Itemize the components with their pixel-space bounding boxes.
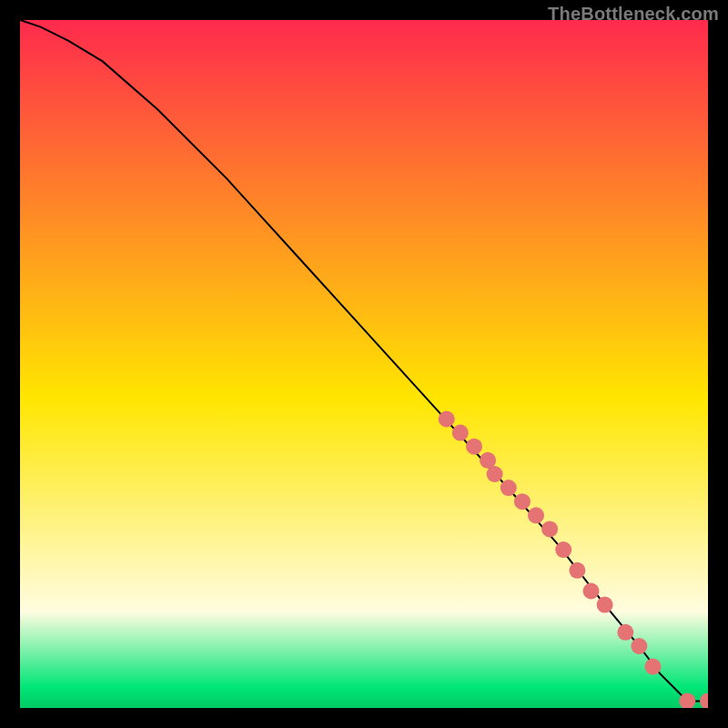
sample-dot [541,521,558,537]
sample-dot [555,541,571,558]
plot-area [20,20,708,708]
sample-dot [528,507,544,523]
chart-stage: TheBottleneck.com [0,0,728,728]
sample-dot [569,562,585,579]
plot-svg [20,20,708,708]
sample-dot [500,480,517,496]
sample-dot [487,466,503,482]
sample-dot [466,439,482,455]
sample-dot [617,624,633,641]
sample-dot [439,411,455,428]
sample-dot [452,425,469,441]
sample-dot [514,493,531,510]
sample-dot [631,638,647,654]
sample-dot [645,659,662,675]
watermark-text: TheBottleneck.com [548,4,719,25]
sample-dot [583,583,600,600]
sample-dot [597,597,613,613]
